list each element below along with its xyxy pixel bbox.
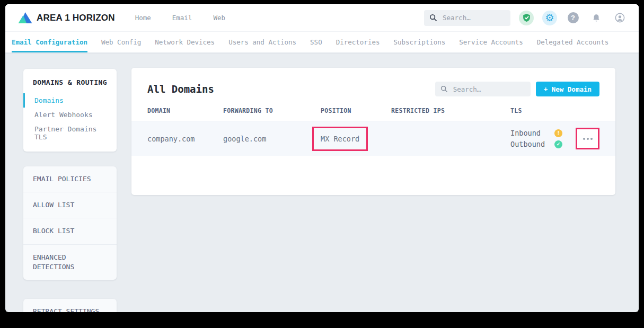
cell-tls: Inbound Outbound ! ✓ (510, 121, 599, 156)
tab-delegated-accounts[interactable]: Delegated Accounts (537, 32, 608, 52)
cell-forwarding-to: google.com (223, 135, 321, 143)
logo[interactable]: AREA 1 HORIZON (18, 12, 115, 24)
help-button[interactable]: ? (566, 11, 580, 25)
account-button[interactable] (612, 11, 627, 25)
tab-subscriptions[interactable]: Subscriptions (393, 32, 445, 52)
logo-text: AREA 1 HORIZON (37, 13, 115, 23)
column-header-tls: TLS (510, 107, 599, 114)
tab-service-accounts[interactable]: Service Accounts (459, 32, 523, 52)
tls-status-icons: ! ✓ (554, 129, 562, 148)
topbar: AREA 1 HORIZON Home Email Web (5, 4, 639, 32)
topnav-home[interactable]: Home (135, 14, 151, 22)
sidebar-item-domains[interactable]: Domains (23, 93, 117, 108)
tab-email-configuration[interactable]: Email Configuration (12, 32, 87, 52)
topbar-actions: ⚙ ? (424, 10, 627, 26)
position-highlight-box: MX Record (312, 127, 368, 151)
retract-settings-card: RETRACT SETTINGS (23, 299, 117, 312)
column-header-domain: DOMAIN (147, 107, 223, 114)
domains-routing-card: DOMAINS & ROUTING Domains Alert Webhooks… (23, 69, 117, 152)
app-window: AREA 1 HORIZON Home Email Web (5, 4, 639, 312)
ellipsis-icon (583, 138, 585, 140)
domain-search[interactable] (435, 82, 531, 96)
user-icon (614, 12, 625, 23)
global-search[interactable] (424, 10, 510, 26)
position-value: MX Record (321, 135, 359, 143)
sidebar-item-retract-settings[interactable]: RETRACT SETTINGS (23, 299, 117, 312)
domain-search-input[interactable] (452, 85, 525, 94)
table-header-row: DOMAIN FORWARDING TO POSITION RESTRICTED… (131, 107, 615, 121)
sidebar-section-title: DOMAINS & ROUTING (23, 78, 117, 86)
all-domains-panel: All Domains + New Domain DOMAIN FORWARDI… (131, 68, 615, 195)
page-title: All Domains (147, 83, 214, 95)
column-header-forwarding-to: FORWARDING TO (223, 107, 321, 114)
global-search-input[interactable] (442, 13, 505, 22)
topnav-email[interactable]: Email (172, 14, 192, 22)
table-row: company.com google.com MX Record Inbound… (131, 121, 615, 156)
tab-sso[interactable]: SSO (310, 32, 322, 52)
cell-position: MX Record (321, 127, 391, 151)
tab-directories[interactable]: Directories (336, 32, 380, 52)
top-navigation: Home Email Web (135, 14, 225, 22)
email-policies-card: EMAIL POLICIES ALLOW LIST BLOCK LIST ENH… (23, 166, 117, 280)
question-icon: ? (568, 12, 579, 23)
cell-domain: company.com (147, 135, 223, 143)
sidebar-item-email-policies[interactable]: EMAIL POLICIES (23, 166, 117, 192)
sidebar-item-alert-webhooks[interactable]: Alert Webhooks (23, 108, 117, 122)
gear-icon: ⚙ (545, 13, 554, 23)
sidebar-item-allow-list[interactable]: ALLOW LIST (23, 192, 117, 218)
panel-header-actions: + New Domain (435, 82, 599, 96)
tab-users-and-actions[interactable]: Users and Actions (228, 32, 296, 52)
area1-logo-icon (18, 12, 32, 24)
bell-icon (592, 13, 601, 23)
settings-button[interactable]: ⚙ (542, 11, 557, 25)
notifications-button[interactable] (589, 11, 604, 25)
row-actions-button[interactable] (576, 128, 599, 149)
new-domain-button[interactable]: + New Domain (536, 82, 599, 96)
tab-web-config[interactable]: Web Config (101, 32, 141, 52)
panel-header: All Domains + New Domain (131, 68, 615, 107)
sidebar-item-partner-domains-tls[interactable]: Partner Domains TLS (23, 122, 117, 144)
search-icon (429, 14, 437, 22)
page-content: DOMAINS & ROUTING Domains Alert Webhooks… (5, 53, 639, 312)
tls-outbound-label: Outbound (510, 140, 548, 148)
tls-inbound-label: Inbound (510, 129, 548, 137)
column-header-position: POSITION (321, 107, 391, 114)
sidebar-item-block-list[interactable]: BLOCK LIST (23, 218, 117, 244)
search-icon (440, 85, 448, 93)
security-status-button[interactable] (519, 11, 534, 25)
tab-network-devices[interactable]: Network Devices (155, 32, 215, 52)
sidebar: DOMAINS & ROUTING Domains Alert Webhooks… (23, 69, 117, 312)
shield-check-icon (522, 13, 531, 22)
tls-inbound-warning-icon: ! (554, 129, 562, 137)
sidebar-item-enhanced-detections[interactable]: ENHANCED DETECTIONS (23, 245, 117, 280)
column-header-restricted-ips: RESTRICTED IPS (391, 107, 510, 114)
section-tabs: Email Configuration Web Config Network D… (5, 32, 639, 53)
tls-outbound-check-icon: ✓ (554, 140, 562, 148)
topnav-web[interactable]: Web (213, 14, 225, 22)
tls-labels: Inbound Outbound (510, 129, 548, 148)
